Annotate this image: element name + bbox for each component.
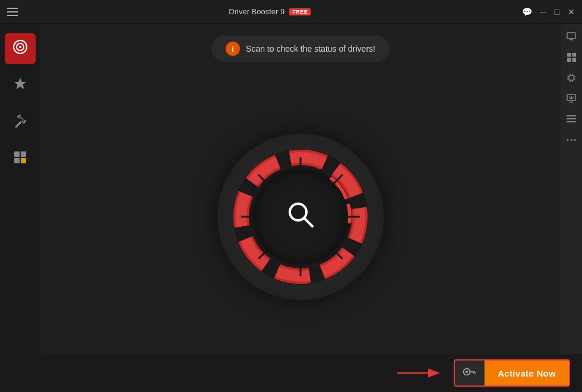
activate-now-button[interactable]: Activate Now xyxy=(485,361,569,385)
scan-button-container xyxy=(217,80,384,354)
sidebar-item-tools[interactable] xyxy=(5,107,36,138)
home-icon xyxy=(12,39,28,58)
left-sidebar xyxy=(0,24,40,354)
key-button[interactable] xyxy=(455,361,485,385)
titlebar-left xyxy=(7,8,18,16)
svg-rect-4 xyxy=(14,151,20,157)
svg-point-2 xyxy=(19,46,21,48)
right-icon-more[interactable] xyxy=(567,134,576,143)
arrow-icon xyxy=(397,366,444,380)
titlebar-center: Driver Booster 9 FREE xyxy=(229,7,311,16)
titlebar: Driver Booster 9 FREE 💬 ─ □ ✕ xyxy=(0,0,582,24)
svg-line-24 xyxy=(304,218,312,226)
sidebar-item-boost[interactable] xyxy=(5,70,36,101)
chat-icon[interactable]: 💬 xyxy=(522,7,532,17)
main-layout: i Scan to check the status of drivers! xyxy=(0,24,582,354)
maximize-button[interactable]: □ xyxy=(555,7,559,17)
svg-point-51 xyxy=(574,139,576,141)
svg-rect-7 xyxy=(21,158,26,163)
key-icon xyxy=(463,367,476,379)
main-content: i Scan to check the status of drivers! xyxy=(40,24,561,354)
svg-rect-29 xyxy=(572,53,576,57)
boost-icon xyxy=(13,77,27,94)
right-icon-monitor[interactable] xyxy=(567,32,576,43)
right-icon-chip[interactable] xyxy=(567,73,576,84)
free-badge: FREE xyxy=(289,8,311,15)
titlebar-controls: 💬 ─ □ ✕ xyxy=(522,7,575,17)
svg-point-50 xyxy=(571,139,572,141)
search-icon xyxy=(285,199,316,235)
info-banner: i Scan to check the status of drivers! xyxy=(211,36,390,62)
right-sidebar xyxy=(561,24,582,354)
close-button[interactable]: ✕ xyxy=(568,7,575,17)
bottom-bar: Activate Now xyxy=(0,354,582,392)
scan-inner xyxy=(253,169,348,264)
tools-icon xyxy=(13,113,27,131)
right-icon-list[interactable] xyxy=(567,115,576,124)
svg-rect-32 xyxy=(569,75,574,80)
activate-area: Activate Now xyxy=(454,359,570,387)
hamburger-menu[interactable] xyxy=(7,8,18,16)
right-icon-download[interactable] xyxy=(567,94,576,105)
right-icon-windows[interactable] xyxy=(567,53,576,64)
svg-rect-6 xyxy=(14,158,20,163)
info-icon: i xyxy=(226,42,240,56)
svg-point-55 xyxy=(466,371,468,373)
app-title: Driver Booster 9 xyxy=(229,7,284,16)
svg-rect-30 xyxy=(567,58,571,62)
svg-rect-31 xyxy=(572,58,576,62)
minimize-button[interactable]: ─ xyxy=(540,7,546,17)
svg-rect-46 xyxy=(567,115,576,116)
sidebar-item-apps[interactable] xyxy=(5,144,36,175)
svg-rect-25 xyxy=(567,33,575,39)
svg-point-49 xyxy=(567,139,569,141)
svg-rect-3 xyxy=(14,121,21,128)
svg-rect-5 xyxy=(21,151,26,157)
apps-icon xyxy=(13,150,27,168)
sidebar-item-home[interactable] xyxy=(5,33,36,64)
svg-rect-28 xyxy=(567,53,571,57)
arrow-container xyxy=(397,366,444,380)
banner-text: Scan to check the status of drivers! xyxy=(246,44,375,53)
svg-rect-48 xyxy=(567,121,576,122)
svg-rect-47 xyxy=(567,118,576,119)
scan-button[interactable] xyxy=(217,134,384,300)
